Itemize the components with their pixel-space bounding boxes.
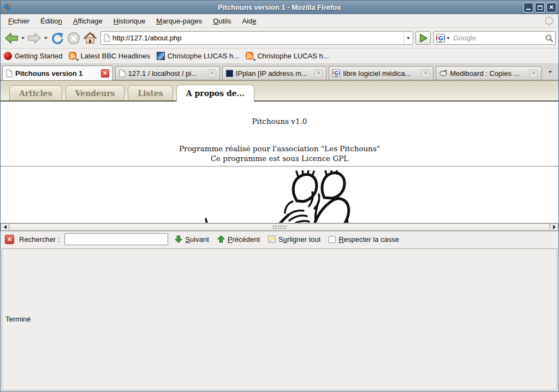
menu-marque-pages[interactable]: Marque-pages	[151, 15, 207, 27]
horizontal-scrollbar[interactable]	[1, 223, 558, 231]
tab-libre-logiciel[interactable]: libre logiciel médica... ✕	[329, 66, 433, 80]
navigation-toolbar	[1, 28, 558, 49]
page-icon	[6, 69, 13, 78]
search-box	[433, 31, 556, 45]
window-title: Pitchouns version 1 - Mozilla Firefox	[1, 3, 558, 11]
firefox-red-icon	[4, 52, 12, 60]
page-content: Articles Vendeurs Listes A propos de... …	[1, 80, 558, 223]
tab-list-dropdown[interactable]	[544, 69, 557, 75]
scroll-left-button[interactable]	[1, 223, 9, 231]
minimize-icon	[526, 5, 531, 10]
url-bar	[100, 31, 413, 45]
mediboard-icon	[439, 69, 447, 77]
tab-close-icon[interactable]: ✕	[314, 69, 323, 78]
find-next-button[interactable]: Suivant	[173, 234, 210, 245]
forward-button[interactable]	[26, 29, 43, 47]
page-icon	[104, 34, 110, 42]
status-bar: Terminé	[1, 247, 558, 392]
back-icon	[4, 32, 19, 44]
find-label: Rechercher :	[19, 235, 60, 243]
title-bar[interactable]: Pitchouns version 1 - Mozilla Firefox ✕	[1, 1, 558, 14]
status-frame: Terminé	[2, 248, 557, 391]
back-dropdown[interactable]	[21, 37, 25, 39]
stop-button[interactable]	[66, 29, 82, 47]
match-case-option[interactable]: Respecter la casse	[327, 234, 401, 245]
bookmark-getting-started[interactable]: Getting Started	[4, 52, 62, 60]
highlight-all-button[interactable]: Surligner tout	[266, 234, 322, 245]
rss-icon	[246, 52, 254, 61]
menu-historique[interactable]: Historique	[108, 15, 151, 27]
search-input[interactable]	[451, 34, 545, 42]
url-input[interactable]	[110, 34, 403, 42]
highlighter-icon	[268, 235, 276, 243]
tab-listes[interactable]: Listes	[128, 85, 173, 100]
minimize-button[interactable]	[524, 3, 533, 13]
tab-close-icon[interactable]: ✕	[421, 69, 430, 78]
maximize-button[interactable]	[535, 3, 545, 13]
reload-button[interactable]	[49, 29, 66, 47]
tab-close-icon[interactable]: ✕	[530, 69, 538, 78]
google-icon	[332, 69, 340, 77]
tab-a-propos[interactable]: A propos de...	[176, 85, 254, 102]
menu-bar: Fichier Édition Affichage Historique Mar…	[1, 14, 558, 28]
close-button[interactable]: ✕	[546, 3, 556, 13]
menu-fichier[interactable]: Fichier	[3, 15, 35, 27]
bookmark-christophe-lucas-2[interactable]: Christophe LUCAS h...	[246, 52, 329, 61]
bookmark-bbc-headlines[interactable]: Latest BBC Headlines	[69, 52, 150, 61]
scrollbar-thumb[interactable]	[9, 223, 550, 231]
photo-icon	[157, 52, 165, 60]
firefox-logo-icon	[3, 3, 12, 12]
menu-outils[interactable]: Outils	[207, 15, 236, 27]
tab-localhost[interactable]: 127.1 / localhost / pi... ✕	[115, 66, 220, 80]
tab-close-icon[interactable]: ✕	[101, 69, 109, 78]
chevron-down-icon	[549, 71, 552, 73]
tab-ipplan[interactable]: IPplan [IP address m... ✕	[222, 66, 327, 80]
baby-illustration	[176, 170, 383, 223]
go-icon	[417, 32, 430, 45]
page-tab-strip: Articles Vendeurs Listes A propos de...	[1, 80, 558, 102]
close-icon: ✕	[549, 4, 554, 10]
go-button[interactable]	[415, 31, 431, 45]
tab-mediboard[interactable]: Mediboard : Copies ... ✕	[436, 66, 542, 80]
bookmarks-toolbar: Getting Started Latest BBC Headlines Chr…	[1, 49, 558, 64]
browser-window: Pitchouns version 1 - Mozilla Firefox ✕ …	[0, 0, 559, 392]
arrow-down-icon	[175, 235, 182, 243]
throbber-icon	[544, 16, 554, 26]
bookmark-christophe-lucas-1[interactable]: Christophe LUCAS h...	[157, 52, 240, 60]
engine-dropdown[interactable]	[447, 37, 450, 39]
chevron-down-icon	[407, 37, 410, 39]
page-line2: Ce programme est sous Licence GPL	[1, 154, 558, 163]
ipplan-icon	[226, 70, 233, 77]
find-input[interactable]	[64, 233, 168, 245]
find-bar: ✕ Rechercher : Suivant Précédent Surlign…	[1, 231, 558, 247]
stop-icon	[67, 31, 81, 45]
findbar-close-button[interactable]: ✕	[5, 235, 14, 244]
scroll-right-button[interactable]	[550, 223, 558, 231]
menu-aide[interactable]: Aide	[236, 15, 261, 27]
home-button[interactable]	[82, 29, 98, 47]
match-case-checkbox[interactable]	[329, 236, 336, 243]
status-text: Terminé	[5, 315, 31, 323]
tab-strip: Pitchouns version 1 ✕ 127.1 / localhost …	[1, 64, 558, 80]
arrow-up-icon	[217, 235, 225, 243]
menu-affichage[interactable]: Affichage	[68, 15, 108, 27]
grip-icon	[272, 225, 287, 229]
tab-articles[interactable]: Articles	[9, 85, 62, 100]
back-button[interactable]	[3, 29, 20, 47]
arrow-right-icon	[553, 225, 556, 229]
tab-close-icon[interactable]: ✕	[208, 69, 216, 78]
home-icon	[83, 32, 97, 45]
tab-vendeurs[interactable]: Vendeurs	[66, 85, 125, 100]
menu-edition[interactable]: Édition	[35, 15, 68, 27]
find-prev-button[interactable]: Précédent	[216, 234, 261, 245]
tab-pitchouns[interactable]: Pitchouns version 1 ✕	[2, 66, 113, 80]
page-line1: Programme réalisé pour l'association "Le…	[1, 144, 558, 153]
forward-dropdown[interactable]	[44, 37, 47, 39]
page-body: Pitchouns v1.0 Programme réalisé pour l'…	[1, 102, 558, 223]
divider	[1, 166, 558, 167]
url-history-dropdown[interactable]	[403, 32, 413, 44]
forward-icon	[27, 32, 41, 44]
google-engine-icon[interactable]	[436, 34, 445, 43]
search-icon[interactable]	[545, 34, 554, 43]
arrow-left-icon	[4, 225, 7, 229]
